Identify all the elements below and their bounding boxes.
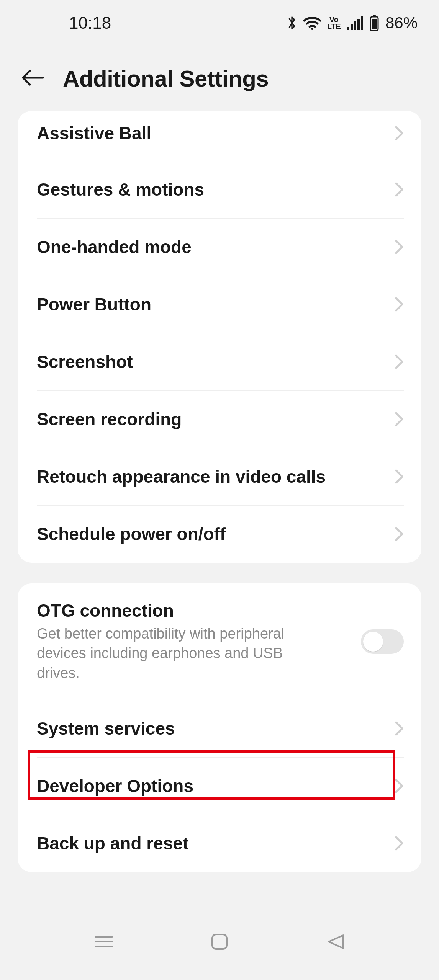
svg-rect-2 [351,24,353,30]
row-label: Assistive Ball [37,123,387,144]
settings-section-system: OTG connection Get better compatibility … [18,583,421,872]
volte-icon: VoLTE [327,16,341,30]
toggle-knob [363,632,383,652]
chevron-right-icon [395,836,404,851]
row-label: System services [37,718,387,739]
nav-recent-button[interactable] [93,931,115,953]
svg-rect-5 [361,16,363,30]
nav-back-button[interactable] [324,931,346,953]
page-header: Additional Settings [0,46,439,111]
chevron-right-icon [395,354,404,369]
row-label: Screenshot [37,351,387,372]
settings-section-actions: Assistive Ball Gestures & motions One-ha… [18,111,421,563]
row-label: One-handed mode [37,237,387,257]
row-system-services[interactable]: System services [18,700,421,757]
row-retouch-video-calls[interactable]: Retouch appearance in video calls [18,448,421,505]
row-gestures-motions[interactable]: Gestures & motions [18,161,421,218]
svg-rect-8 [372,19,377,29]
svg-rect-4 [357,19,360,30]
row-label: Gestures & motions [37,179,387,200]
row-label: Back up and reset [37,833,387,854]
row-developer-options[interactable]: Developer Options [18,757,421,815]
row-label: Power Button [37,294,387,315]
svg-point-0 [311,28,313,30]
row-label: Schedule power on/off [37,524,387,544]
svg-rect-1 [347,27,349,30]
battery-percent: 86% [385,14,418,32]
row-assistive-ball[interactable]: Assistive Ball [18,111,421,161]
back-button[interactable] [21,69,44,88]
row-back-up-reset[interactable]: Back up and reset [18,815,421,872]
signal-icon [347,16,363,30]
status-bar: 10:18 VoLTE [0,0,439,46]
row-label: Screen recording [37,409,387,430]
row-power-button[interactable]: Power Button [18,276,421,333]
row-otg-connection[interactable]: OTG connection Get better compatibility … [18,583,421,700]
chevron-right-icon [395,721,404,736]
chevron-right-icon [395,412,404,427]
svg-rect-12 [212,934,227,949]
row-screen-recording[interactable]: Screen recording [18,390,421,448]
row-label: OTG connection [37,600,353,621]
otg-toggle[interactable] [361,629,404,654]
row-one-handed-mode[interactable]: One-handed mode [18,218,421,276]
svg-rect-3 [354,21,356,30]
row-screenshot[interactable]: Screenshot [18,333,421,390]
chevron-right-icon [395,239,404,255]
row-sublabel: Get better compatibility with peripheral… [37,624,305,683]
bluetooth-icon [287,15,297,31]
page-title: Additional Settings [63,65,269,92]
chevron-right-icon [395,182,404,197]
svg-rect-7 [373,15,376,17]
navigation-bar [0,911,439,980]
status-time: 10:18 [69,13,111,33]
row-schedule-power[interactable]: Schedule power on/off [18,505,421,563]
nav-home-button[interactable] [208,931,231,953]
chevron-right-icon [395,126,404,141]
chevron-right-icon [395,778,404,794]
battery-icon [369,15,379,31]
chevron-right-icon [395,297,404,312]
row-label: Retouch appearance in video calls [37,466,387,487]
chevron-right-icon [395,469,404,484]
chevron-right-icon [395,526,404,542]
wifi-icon [303,16,321,30]
status-right: VoLTE 86% [287,14,418,32]
row-label: Developer Options [37,776,387,796]
